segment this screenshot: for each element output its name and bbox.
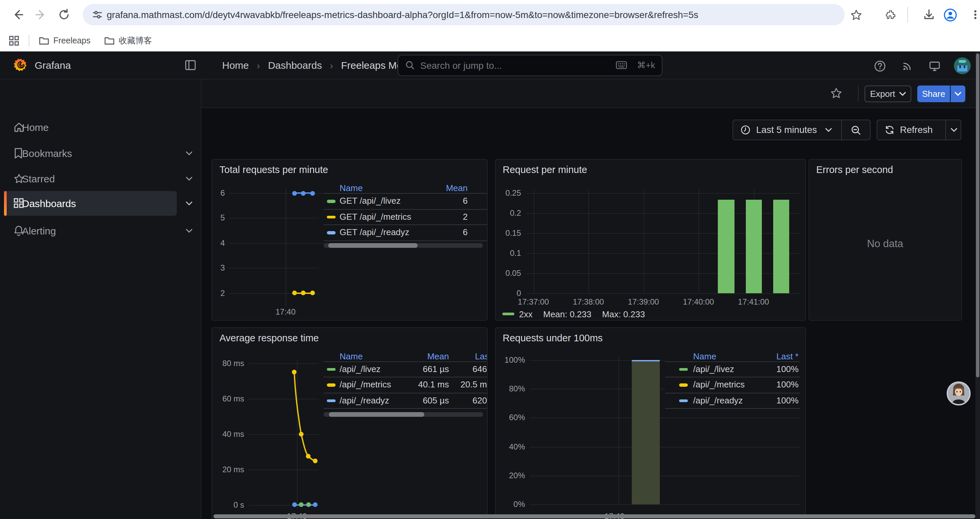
legend-series-name[interactable]: /api/_/readyz [340,395,389,405]
rss-icon[interactable] [901,60,913,72]
series-swatch[interactable] [679,399,688,402]
vertical-scrollbar[interactable] [975,51,980,519]
y-tick: 40 ms [212,429,244,439]
dashboards-icon [13,197,25,209]
gridline [527,293,800,294]
legend-series-name[interactable]: /api/_/readyz [693,395,743,405]
panel-request-per-minute[interactable]: Request per minute 0.25 0.2 0.15 0.1 0.0… [495,159,806,320]
bookmark-icon [13,147,25,159]
panel-avg-response-time[interactable]: Average response time 80 ms 60 ms 40 ms … [212,327,488,519]
panel-requests-under-100ms[interactable]: Requests under 100ms 100% 80% 60% 40% 20… [495,327,806,519]
horizontal-scrollbar[interactable] [213,514,975,518]
url-text[interactable]: grafana.mathmast.com/d/deytv4rwavabkb/fr… [107,4,834,26]
series-swatch[interactable] [327,200,336,203]
refresh-button[interactable]: Refresh [877,119,961,140]
forward-icon[interactable] [33,7,49,23]
legend-header-mean[interactable]: Mean [390,351,449,361]
sidebar-item-home[interactable]: Home [4,116,177,139]
legend-scrollbar[interactable] [323,412,483,417]
series-swatch[interactable] [327,368,336,371]
toolbar-separator [907,7,908,23]
extensions-icon[interactable] [883,7,899,23]
share-button[interactable]: Share [917,85,950,102]
series-swatch[interactable] [327,383,336,386]
export-button[interactable]: Export [865,85,911,102]
table-separator [665,361,800,362]
panel-errors-per-second[interactable]: Errors per second No data [808,159,962,320]
search-shortcut: ⌘+k [637,60,655,70]
bookmark-folder-freeleaps[interactable]: Freeleaps [39,33,91,49]
series-swatch[interactable] [327,231,336,234]
series-swatch[interactable] [502,313,514,316]
sidebar-item-dashboards[interactable]: Dashboards [4,191,177,216]
legend-series-name[interactable]: /api/_/livez [693,364,734,374]
panel-total-requests[interactable]: Total requests per minute 6 5 4 3 2 17:4… [212,159,488,320]
apps-grid-icon[interactable] [6,33,22,49]
favorite-star-icon[interactable] [830,86,843,99]
grafana-logo[interactable] [13,57,29,73]
legend-series-name[interactable]: /api/_/metrics [693,379,745,390]
legend-series-name[interactable]: 2xx [519,309,532,319]
legend-scrollbar[interactable] [323,243,483,248]
user-avatar[interactable] [954,57,970,74]
y-tick: 0 [495,289,521,298]
sidebar-toggle-icon[interactable] [185,59,196,71]
legend-header-name[interactable]: Name [340,183,363,193]
breadcrumb-dashboards[interactable]: Dashboards [268,60,322,71]
site-settings-icon[interactable] [89,7,105,23]
legend-scrollbar-thumb[interactable] [328,243,418,248]
series-swatch[interactable] [679,368,688,371]
legend-series-name[interactable]: GET /api/_/readyz [340,227,409,237]
profile-icon[interactable] [942,7,958,23]
search-input[interactable]: Search or jump to... ⌘+k [398,54,662,76]
legend-header-last[interactable]: Last * [745,351,799,361]
legend-header-last[interactable]: Last * [475,351,487,361]
table-separator [323,361,487,362]
address-bar[interactable]: grafana.mathmast.com/d/deytv4rwavabkb/fr… [83,4,845,26]
browser-menu-icon[interactable] [967,7,980,23]
time-range-picker[interactable]: Last 5 minutes [732,119,870,140]
y-tick: 80 ms [212,358,244,368]
help-icon[interactable] [874,60,886,72]
series-swatch[interactable] [327,399,336,402]
legend-series-name[interactable]: /api/_/metrics [340,379,391,390]
y-tick: 2 [212,288,225,297]
data-point [301,191,305,195]
assistant-avatar[interactable] [947,382,970,406]
legend-series-last: 100% [745,395,799,405]
legend-header-name[interactable]: Name [340,351,363,361]
data-point [301,291,305,295]
panel-title: Total requests per minute [220,164,328,175]
chevron-down-icon[interactable] [185,176,193,181]
legend-series-name[interactable]: GET /api/_/metrics [340,211,411,222]
refresh-icon [885,125,895,134]
brand-label[interactable]: Grafana [35,59,71,71]
sidebar-item-starred[interactable]: Starred [4,167,177,190]
back-icon[interactable] [10,7,26,23]
chevron-down-icon[interactable] [185,151,193,155]
share-menu-button[interactable] [951,85,965,102]
reload-icon[interactable] [56,7,72,23]
legend-header-mean[interactable]: Mean [404,183,468,193]
sidebar-item-alerting[interactable]: Alerting [4,219,177,242]
monitor-icon[interactable] [929,60,941,72]
legend-series-name[interactable]: GET /api/_/livez [340,196,401,206]
keyboard-icon [616,61,627,69]
zoom-out-icon[interactable] [850,125,861,135]
breadcrumb-home[interactable]: Home [222,60,249,71]
legend-scrollbar-thumb[interactable] [329,412,424,417]
sidebar-item-bookmarks[interactable]: Bookmarks [4,142,177,164]
legend-series-last: 646 [458,364,487,374]
bookmark-folder-blogs[interactable]: 收藏博客 [104,33,152,49]
legend-series-last: 620 [458,395,487,405]
legend-header-name[interactable]: Name [693,351,716,361]
vertical-scrollbar-thumb[interactable] [976,53,979,377]
chevron-down-icon[interactable] [185,228,193,233]
bookmark-star-icon[interactable] [848,7,864,23]
chevron-down-icon[interactable] [185,201,193,205]
series-swatch[interactable] [679,383,688,386]
legend-series-name[interactable]: /api/_/livez [340,364,380,374]
series-swatch[interactable] [327,216,336,219]
download-icon[interactable] [921,7,937,23]
y-tick: 3 [212,263,225,273]
